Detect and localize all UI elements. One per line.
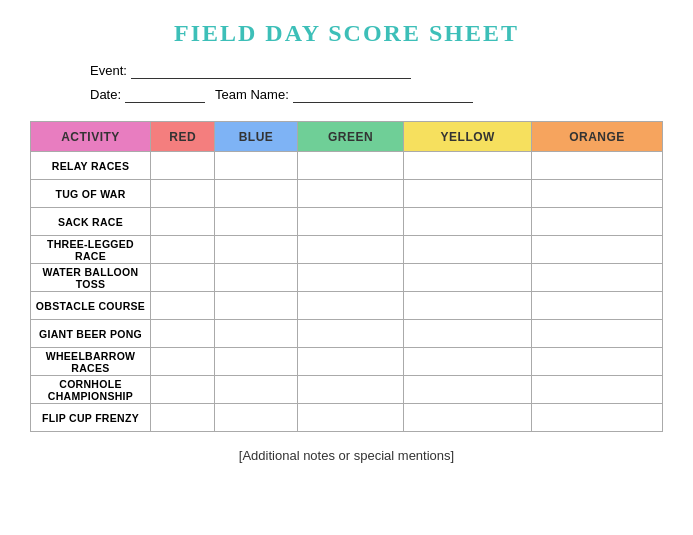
event-label: Event:: [90, 63, 127, 78]
score-cell-green[interactable]: [297, 208, 404, 236]
score-cell-blue[interactable]: [215, 376, 297, 404]
team-name-label: Team Name:: [215, 87, 289, 102]
score-cell-orange[interactable]: [532, 348, 663, 376]
score-cell-green[interactable]: [297, 152, 404, 180]
table-row: THREE-LEGGED RACE: [31, 236, 663, 264]
score-cell-yellow[interactable]: [404, 376, 532, 404]
header-orange: ORANGE: [532, 122, 663, 152]
score-cell-yellow[interactable]: [404, 152, 532, 180]
table-row: GIANT BEER PONG: [31, 320, 663, 348]
score-cell-red[interactable]: [151, 236, 215, 264]
score-cell-red[interactable]: [151, 404, 215, 432]
table-row: WATER BALLOON TOSS: [31, 264, 663, 292]
table-row: RELAY RACES: [31, 152, 663, 180]
score-cell-green[interactable]: [297, 236, 404, 264]
table-row: OBSTACLE COURSE: [31, 292, 663, 320]
score-cell-blue[interactable]: [215, 404, 297, 432]
activity-cell: RELAY RACES: [31, 152, 151, 180]
score-cell-orange[interactable]: [532, 180, 663, 208]
score-cell-blue[interactable]: [215, 320, 297, 348]
score-cell-orange[interactable]: [532, 404, 663, 432]
header-blue: BLUE: [215, 122, 297, 152]
score-cell-orange[interactable]: [532, 376, 663, 404]
score-cell-yellow[interactable]: [404, 292, 532, 320]
activity-cell: TUG OF WAR: [31, 180, 151, 208]
score-cell-green[interactable]: [297, 376, 404, 404]
score-cell-yellow[interactable]: [404, 348, 532, 376]
score-cell-red[interactable]: [151, 320, 215, 348]
score-cell-blue[interactable]: [215, 292, 297, 320]
event-input[interactable]: [131, 61, 411, 79]
header-green: GREEN: [297, 122, 404, 152]
score-cell-green[interactable]: [297, 292, 404, 320]
score-cell-blue[interactable]: [215, 348, 297, 376]
score-cell-red[interactable]: [151, 376, 215, 404]
table-row: FLIP CUP FRENZY: [31, 404, 663, 432]
activity-cell: WHEELBARROW RACES: [31, 348, 151, 376]
score-cell-yellow[interactable]: [404, 236, 532, 264]
score-cell-yellow[interactable]: [404, 208, 532, 236]
page-title: FIELD DAY SCORE SHEET: [30, 20, 663, 47]
table-row: TUG OF WAR: [31, 180, 663, 208]
score-cell-orange[interactable]: [532, 264, 663, 292]
team-name-input[interactable]: [293, 85, 473, 103]
activity-cell: GIANT BEER PONG: [31, 320, 151, 348]
score-cell-green[interactable]: [297, 180, 404, 208]
score-cell-blue[interactable]: [215, 236, 297, 264]
score-cell-red[interactable]: [151, 264, 215, 292]
score-cell-orange[interactable]: [532, 292, 663, 320]
activity-cell: WATER BALLOON TOSS: [31, 264, 151, 292]
header-activity: ACTIVITY: [31, 122, 151, 152]
score-cell-yellow[interactable]: [404, 180, 532, 208]
header-yellow: YELLOW: [404, 122, 532, 152]
score-cell-red[interactable]: [151, 348, 215, 376]
header-red: RED: [151, 122, 215, 152]
score-cell-orange[interactable]: [532, 236, 663, 264]
score-table: ACTIVITY RED BLUE GREEN YELLOW ORANGE RE…: [30, 121, 663, 432]
notes-text: [Additional notes or special mentions]: [30, 448, 663, 463]
score-cell-blue[interactable]: [215, 208, 297, 236]
score-cell-orange[interactable]: [532, 152, 663, 180]
score-cell-red[interactable]: [151, 180, 215, 208]
table-row: CORNHOLE CHAMPIONSHIP: [31, 376, 663, 404]
score-cell-red[interactable]: [151, 152, 215, 180]
score-cell-blue[interactable]: [215, 264, 297, 292]
score-cell-red[interactable]: [151, 292, 215, 320]
score-cell-green[interactable]: [297, 320, 404, 348]
score-cell-orange[interactable]: [532, 208, 663, 236]
score-cell-orange[interactable]: [532, 320, 663, 348]
date-input[interactable]: [125, 85, 205, 103]
score-cell-green[interactable]: [297, 348, 404, 376]
table-row: SACK RACE: [31, 208, 663, 236]
score-cell-green[interactable]: [297, 264, 404, 292]
activity-cell: FLIP CUP FRENZY: [31, 404, 151, 432]
activity-cell: OBSTACLE COURSE: [31, 292, 151, 320]
score-cell-blue[interactable]: [215, 152, 297, 180]
score-cell-red[interactable]: [151, 208, 215, 236]
table-row: WHEELBARROW RACES: [31, 348, 663, 376]
score-cell-green[interactable]: [297, 404, 404, 432]
activity-cell: THREE-LEGGED RACE: [31, 236, 151, 264]
date-label: Date:: [90, 87, 121, 102]
activity-cell: SACK RACE: [31, 208, 151, 236]
score-cell-yellow[interactable]: [404, 320, 532, 348]
score-cell-blue[interactable]: [215, 180, 297, 208]
score-cell-yellow[interactable]: [404, 404, 532, 432]
activity-cell: CORNHOLE CHAMPIONSHIP: [31, 376, 151, 404]
score-cell-yellow[interactable]: [404, 264, 532, 292]
